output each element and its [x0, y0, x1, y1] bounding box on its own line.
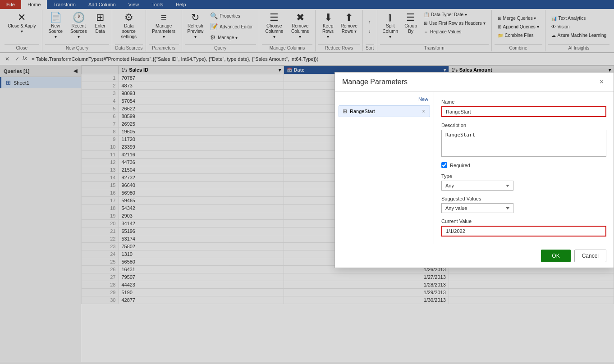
modal-title-bar: Manage Parameters ×: [335, 73, 614, 92]
suggested-values-field: Suggested Values Any value List of value…: [441, 196, 606, 213]
param-new-button[interactable]: New: [417, 96, 430, 103]
required-label: Required: [450, 163, 470, 168]
description-field: Description RangeStart: [441, 123, 606, 157]
param-list-panel: New ⊞ RangeStart ×: [335, 92, 434, 244]
name-input[interactable]: [441, 106, 606, 117]
modal-footer: OK Cancel: [335, 244, 614, 268]
modal-dialog: Manage Parameters × New ⊞ RangeStart × N…: [334, 72, 614, 268]
modal-title: Manage Parameters: [342, 78, 408, 86]
description-label: Description: [441, 123, 606, 128]
ok-button[interactable]: OK: [541, 250, 570, 262]
param-item-icon: ⊞: [343, 108, 347, 114]
name-label: Name: [441, 99, 606, 105]
param-item-close-button[interactable]: ×: [421, 108, 426, 114]
suggested-values-label: Suggested Values: [441, 196, 606, 201]
param-list-header: New: [339, 96, 430, 103]
param-edit-panel: Name Description RangeStart Required Typ…: [434, 92, 614, 244]
name-field: Name: [441, 99, 606, 117]
modal-close-button[interactable]: ×: [597, 77, 606, 87]
current-value-input[interactable]: [441, 226, 606, 237]
modal-overlay: Manage Parameters × New ⊞ RangeStart × N…: [0, 0, 614, 364]
suggested-values-select[interactable]: Any value List of values Query: [441, 203, 513, 213]
current-value-field: Current Value: [441, 218, 606, 237]
description-input[interactable]: RangeStart: [441, 130, 606, 157]
param-item-name: RangeStart: [350, 109, 421, 114]
required-row: Required: [441, 162, 606, 168]
type-label: Type: [441, 173, 606, 179]
current-value-label: Current Value: [441, 218, 606, 224]
type-select[interactable]: Any Text Number Date Date/Time Duration …: [441, 181, 513, 191]
cancel-button[interactable]: Cancel: [574, 250, 606, 262]
modal-body: New ⊞ RangeStart × Name Description Rang…: [335, 92, 614, 244]
type-field: Type Any Text Number Date Date/Time Dura…: [441, 173, 606, 191]
param-item-range-start[interactable]: ⊞ RangeStart ×: [339, 105, 430, 117]
required-checkbox[interactable]: [441, 162, 447, 168]
